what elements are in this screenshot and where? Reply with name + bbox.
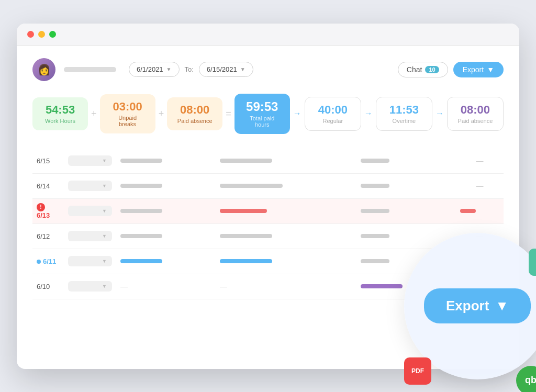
extra-cell: — bbox=[456, 174, 504, 199]
tile-overtime: 11:53 Overtime bbox=[376, 97, 432, 131]
time-bar-3 bbox=[361, 234, 389, 238]
bar-cell-2 bbox=[216, 199, 356, 224]
export-pdf-button[interactable]: PDF bbox=[404, 357, 431, 385]
time-dropdown[interactable]: ▼ bbox=[68, 281, 112, 292]
work-hours-value: 54:53 bbox=[42, 104, 79, 116]
bar-cell-2 bbox=[216, 149, 356, 174]
bar-cell-2 bbox=[216, 174, 356, 199]
traffic-light-red[interactable] bbox=[27, 31, 34, 38]
tile-paid-absence-2: 08:00 Paid absence bbox=[447, 97, 504, 131]
error-icon: ! bbox=[37, 203, 45, 211]
time-bar-2 bbox=[220, 159, 272, 163]
dropdown-arrow-icon: ▼ bbox=[102, 284, 107, 289]
tile-total-paid-hours: 59:53 Total paid hours bbox=[234, 94, 290, 134]
paid-abs2-label: Paid absence bbox=[457, 118, 494, 124]
time-dropdown-cell: ▼ bbox=[64, 274, 116, 299]
extra-cell: — bbox=[456, 224, 504, 249]
operator-2: + bbox=[159, 108, 164, 119]
total-label: Total paid hours bbox=[244, 115, 281, 128]
arrow-2: → bbox=[364, 109, 373, 118]
time-dropdown[interactable]: ▼ bbox=[68, 231, 112, 241]
avatar: 👩 bbox=[32, 58, 55, 81]
table-row: 6/11▼— bbox=[32, 249, 504, 274]
extra-cell: — bbox=[456, 149, 504, 174]
tile-work-hours: 54:53 Work Hours bbox=[32, 97, 88, 130]
chat-label: Chat bbox=[407, 65, 422, 74]
export-big-button[interactable]: Export ▼ bbox=[424, 288, 531, 323]
tile-paid-absence: 08:00 Paid absence bbox=[167, 97, 222, 130]
date-from-value: 6/1/2021 bbox=[137, 65, 163, 73]
table-row: 6/12▼— bbox=[32, 224, 504, 249]
top-actions: Chat 10 Export ▼ bbox=[398, 62, 504, 77]
summary-row: 54:53 Work Hours + 03:00 Unpaid breaks +… bbox=[32, 94, 504, 134]
tile-regular: 40:00 Regular bbox=[305, 97, 361, 131]
table-row: 6/14▼— bbox=[32, 174, 504, 199]
date-from-picker[interactable]: 6/1/2021 ▼ bbox=[129, 62, 180, 77]
traffic-light-yellow[interactable] bbox=[38, 31, 45, 38]
time-bar-3 bbox=[361, 184, 389, 188]
bar-cell-3 bbox=[356, 249, 456, 274]
time-dropdown-cell: ▼ bbox=[64, 199, 116, 224]
bar-cell-1 bbox=[116, 224, 216, 249]
time-bar-2 bbox=[220, 234, 272, 238]
work-hours-label: Work Hours bbox=[42, 118, 79, 124]
time-bar-2 bbox=[220, 209, 267, 213]
bar-cell-2 bbox=[216, 224, 356, 249]
extra-cell: — bbox=[456, 249, 504, 274]
to-label: To: bbox=[185, 65, 194, 73]
date-cell: 6/14 bbox=[32, 174, 64, 199]
time-bar-1 bbox=[120, 209, 162, 213]
time-dropdown-cell: ▼ bbox=[64, 174, 116, 199]
dropdown-arrow-icon: ▼ bbox=[102, 233, 107, 239]
time-bar-4 bbox=[460, 209, 476, 213]
time-bar-3 bbox=[361, 284, 403, 288]
time-dropdown[interactable]: ▼ bbox=[68, 256, 112, 266]
date-cell: !6/13 bbox=[32, 199, 64, 224]
date-range: 6/1/2021 ▼ To: 6/15/2021 ▼ bbox=[129, 62, 253, 77]
export-xls-button[interactable]: XLS bbox=[529, 249, 536, 276]
time-bar-1 bbox=[120, 234, 162, 238]
overtime-value: 11:53 bbox=[386, 104, 422, 116]
time-dropdown[interactable]: ▼ bbox=[68, 155, 112, 166]
bar-cell-2 bbox=[216, 249, 356, 274]
export-arrow-icon: ▼ bbox=[487, 65, 494, 74]
tile-unpaid-breaks: 03:00 Unpaid breaks bbox=[100, 94, 155, 133]
time-table: 6/15▼—6/14▼—!6/13▼6/12▼—6/11▼—6/10▼——— bbox=[32, 149, 504, 299]
export-big-label: Export bbox=[446, 298, 489, 314]
operator-3: = bbox=[226, 108, 231, 119]
overtime-label: Overtime bbox=[386, 118, 422, 124]
time-bar-2 bbox=[220, 259, 272, 263]
bar-cell-1 bbox=[116, 174, 216, 199]
paid-abs-label: Paid absence bbox=[176, 118, 213, 124]
dropdown-arrow-icon: ▼ bbox=[102, 183, 107, 188]
pdf-label: PDF bbox=[411, 367, 424, 375]
chat-button[interactable]: Chat 10 bbox=[398, 62, 448, 77]
unpaid-label: Unpaid breaks bbox=[109, 115, 146, 127]
export-button[interactable]: Export ▼ bbox=[453, 62, 504, 77]
time-dropdown[interactable]: ▼ bbox=[68, 181, 112, 191]
bar-cell-1 bbox=[116, 149, 216, 174]
date-cell: 6/15 bbox=[32, 149, 64, 174]
time-dropdown-cell: ▼ bbox=[64, 249, 116, 274]
traffic-light-green[interactable] bbox=[49, 31, 56, 38]
time-bar-3 bbox=[361, 159, 389, 163]
dash-1: — bbox=[120, 282, 128, 290]
export-big-arrow-icon: ▼ bbox=[495, 298, 509, 314]
bar-cell-3 bbox=[356, 224, 456, 249]
dropdown-arrow-icon: ▼ bbox=[102, 208, 107, 214]
browser-bar bbox=[17, 24, 519, 46]
extra-cell bbox=[456, 199, 504, 224]
date-cell: 6/10 bbox=[32, 274, 64, 299]
operator-1: + bbox=[91, 108, 97, 119]
bar-cell-3 bbox=[356, 174, 456, 199]
dash-2: — bbox=[220, 282, 227, 290]
paid-abs-value: 08:00 bbox=[176, 104, 213, 116]
export-quickbooks-button[interactable]: qb bbox=[516, 366, 536, 393]
arrow-3: → bbox=[436, 109, 444, 118]
date-to-picker[interactable]: 6/15/2021 ▼ bbox=[199, 62, 253, 77]
time-bar-1 bbox=[120, 259, 162, 263]
table-row: 6/15▼— bbox=[32, 149, 504, 174]
dropdown-arrow-icon: ▼ bbox=[102, 259, 107, 264]
time-dropdown[interactable]: ▼ bbox=[68, 206, 112, 216]
bar-cell-2: — bbox=[216, 274, 356, 299]
